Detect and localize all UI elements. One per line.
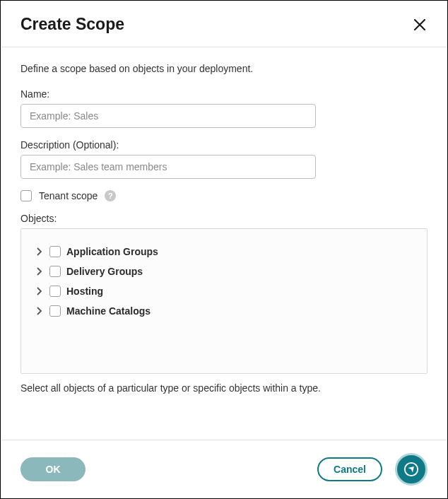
chevron-right-icon[interactable] xyxy=(35,247,44,256)
tree-checkbox[interactable] xyxy=(49,305,61,317)
help-icon[interactable]: ? xyxy=(105,190,116,201)
chevron-right-icon[interactable] xyxy=(35,267,44,276)
tenant-scope-row: Tenant scope ? xyxy=(20,190,428,201)
tree-row-delivery-groups: Delivery Groups xyxy=(35,262,413,281)
name-input[interactable] xyxy=(20,104,316,128)
navigate-icon[interactable] xyxy=(395,453,428,486)
objects-label: Objects: xyxy=(20,213,428,224)
hint-text: Select all objects of a particular type … xyxy=(20,382,428,394)
chevron-right-icon[interactable] xyxy=(35,287,44,295)
tree-checkbox[interactable] xyxy=(49,286,61,297)
description-label: Description (Optional): xyxy=(20,139,428,151)
dialog-content: Define a scope based on objects in your … xyxy=(1,47,447,440)
tree-checkbox[interactable] xyxy=(49,266,61,277)
dialog-footer: OK Cancel xyxy=(1,440,447,498)
tree-label: Application Groups xyxy=(66,246,158,257)
intro-text: Define a scope based on objects in your … xyxy=(20,63,428,74)
tree-checkbox[interactable] xyxy=(49,246,61,257)
chevron-right-icon[interactable] xyxy=(35,307,44,315)
tree-label: Machine Catalogs xyxy=(66,305,151,317)
tree-row-application-groups: Application Groups xyxy=(35,242,413,262)
ok-button[interactable]: OK xyxy=(20,457,86,481)
cancel-button[interactable]: Cancel xyxy=(317,457,382,481)
name-label: Name: xyxy=(20,88,428,100)
tree-label: Hosting xyxy=(66,286,103,297)
description-input[interactable] xyxy=(20,155,316,179)
tenant-scope-label: Tenant scope xyxy=(39,190,98,201)
objects-box: Application Groups Delivery Groups Hosti… xyxy=(20,228,428,374)
tree-row-machine-catalogs: Machine Catalogs xyxy=(35,301,413,321)
tree-label: Delivery Groups xyxy=(66,266,143,277)
dialog-title: Create Scope xyxy=(20,15,124,34)
dialog-header: Create Scope xyxy=(1,1,447,47)
tenant-scope-checkbox[interactable] xyxy=(20,190,32,201)
close-icon[interactable] xyxy=(412,17,428,33)
tree-row-hosting: Hosting xyxy=(35,281,413,301)
